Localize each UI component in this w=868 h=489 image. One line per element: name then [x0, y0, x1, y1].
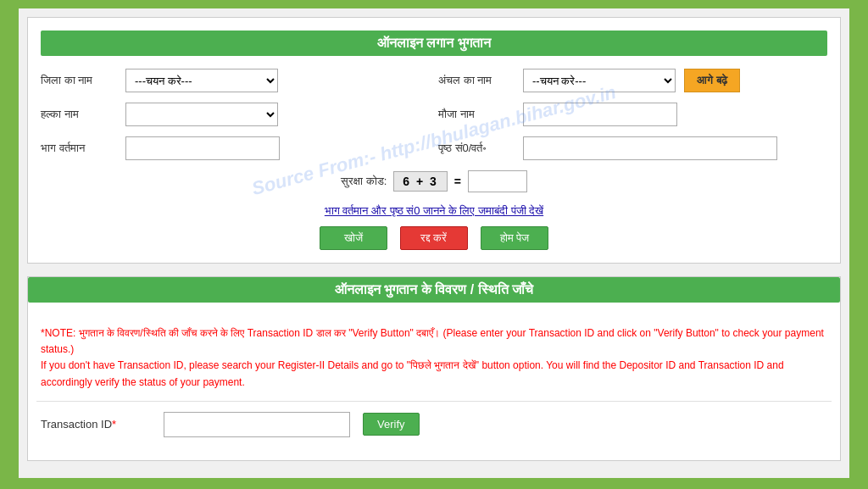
transaction-id-label: Transaction ID* [41, 418, 151, 431]
bhag-input[interactable] [125, 136, 280, 160]
mauza-input[interactable] [523, 103, 677, 126]
anchal-select[interactable]: --चयन करे--- [523, 69, 676, 92]
note-line1: *NOTE: भुगतान के विवरण/स्थिति की जाँच कर… [41, 325, 827, 358]
district-group: जिला का नाम ---चयन करे--- [41, 69, 430, 92]
halka-label: हल्का नाम [41, 108, 117, 121]
main-container: Source From:- http://bhulagan.bihar.gov.… [19, 8, 849, 478]
captcha-row: सुरक्षा कोड: 6 + 3 = [41, 170, 827, 192]
search-panel: Source From:- http://bhulagan.bihar.gov.… [27, 17, 841, 264]
transaction-row: Transaction ID* Verify [28, 402, 840, 447]
jamabandi-link[interactable]: भाग वर्तमान और पृष्ठ सं0 जानने के लिए जम… [325, 204, 543, 217]
bhag-prishtha-row: भाग वर्तमान पृष्ठ सं0/वर्त॰ [41, 136, 827, 160]
next-button[interactable]: आगे बढ़े [684, 69, 740, 92]
halka-select[interactable] [125, 103, 278, 126]
mauza-label: मौजा नाम [438, 108, 515, 121]
note-box: *NOTE: भुगतान के विवरण/स्थिति की जाँच कर… [28, 315, 840, 401]
district-label: जिला का नाम [41, 74, 117, 87]
form-buttons-row: खोजें रद्द करें होम पेज [41, 226, 827, 250]
prishtha-input[interactable] [523, 136, 777, 160]
captcha-answer-input[interactable] [468, 170, 527, 192]
reset-button[interactable]: रद्द करें [400, 226, 468, 250]
anchal-label: अंचल का नाम [438, 74, 515, 87]
captcha-label: सुरक्षा कोड: [341, 175, 387, 188]
halka-mauza-row: हल्का नाम मौजा नाम [41, 103, 827, 126]
home-button[interactable]: होम पेज [481, 226, 549, 250]
prishtha-label: पृष्ठ सं0/वर्त॰ [438, 142, 515, 155]
halka-group: हल्का नाम [41, 103, 430, 126]
note-line2: If you don't have Transaction ID, please… [41, 358, 827, 390]
captcha-equals: = [454, 175, 461, 188]
district-select[interactable]: ---चयन करे--- [125, 69, 278, 92]
payment-status-title: ऑनलाइन भुगतान के विवरण / स्थिति जाँचे [28, 277, 840, 303]
anchal-group: अंचल का नाम --चयन करे--- आगे बढ़े [438, 69, 827, 92]
required-star: * [112, 418, 116, 431]
verify-button[interactable]: Verify [363, 413, 420, 436]
search-button[interactable]: खोजें [320, 226, 387, 250]
payment-status-panel: ऑनलाइन भुगतान के विवरण / स्थिति जाँचे *N… [27, 276, 841, 461]
mauza-group: मौजा नाम [438, 103, 827, 126]
bhag-group: भाग वर्तमान [41, 136, 430, 160]
district-anchal-row: जिला का नाम ---चयन करे--- अंचल का नाम --… [41, 69, 827, 92]
prishtha-group: पृष्ठ सं0/वर्त॰ [438, 136, 827, 160]
captcha-expression: 6 + 3 [393, 171, 448, 192]
search-panel-title: ऑनलाइन लगान भुगतान [41, 31, 827, 56]
bhag-label: भाग वर्तमान [41, 142, 117, 155]
transaction-id-input[interactable] [164, 412, 350, 437]
